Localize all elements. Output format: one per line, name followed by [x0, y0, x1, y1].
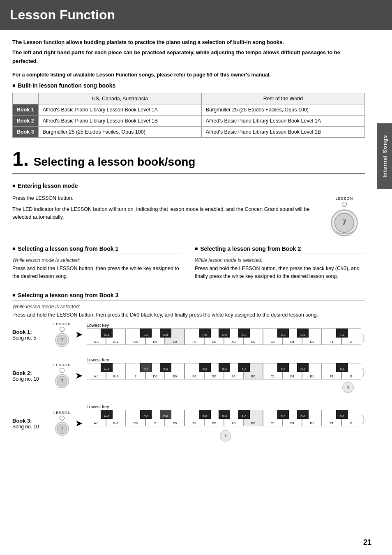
white-keys-book1: A-1 B-1 C0 D0 E0 F0 G0 A0 B0 C1 D1 E1 F1… [87, 328, 361, 345]
svg-text:3: 3 [347, 385, 349, 389]
keyboard-wrap-book1: A-1 B-1 C0 D0 E0 F0 G0 A0 B0 C1 D1 E1 F1… [87, 328, 361, 347]
arrow-book2: ➤ [75, 370, 83, 381]
book1-text: Press and hold the LESSON button, then p… [12, 265, 182, 280]
book3-italic: While lesson mode is selected: [12, 304, 365, 310]
book2-text: Press and hold the LESSON button, then p… [195, 265, 365, 280]
sidebar-tab: Internal Songs [377, 123, 392, 189]
lesson-button-svg: 7 [330, 208, 359, 237]
page-header: Lesson Function [0, 0, 392, 30]
entering-text1: Press the LESSON button. [12, 194, 316, 202]
book2-us: Alfred's Basic Piano Library Lesson Book… [38, 116, 201, 127]
keyboard-book3: Lowest key A-1 B-1 C0 2 E0 F0 G0 A0 B0 C… [87, 404, 365, 443]
section1-title: 1. Selecting a lesson book/song [12, 148, 365, 174]
keyboard-book2: Lowest key A-1 B-1 2 D0 E0 F0 G0 A0 B0 C… [87, 357, 365, 394]
arrow-book3: ➤ [75, 418, 83, 429]
intro-text: The Lesson function allows budding piani… [12, 38, 365, 65]
two-col-section: Selecting a lesson song from Book 1 Whil… [12, 245, 365, 284]
book2-section: Selecting a lesson song from Book 2 Whil… [195, 245, 365, 284]
finger3-book2: 3 [87, 381, 354, 394]
book3-cell: Book 3 [13, 127, 39, 138]
entering-mode-heading: Entering lesson mode [12, 183, 365, 191]
lesson-icon-book2: LESSON 7 [53, 363, 71, 388]
entering-text2: The LED indicator for the LESSON button … [12, 206, 316, 221]
lesson-table: US, Canada, Australasia Rest of the Worl… [12, 93, 365, 138]
intro-line3: For a complete listing of available Less… [12, 71, 365, 79]
main-content: The Lesson function allows budding piani… [0, 38, 377, 461]
book1-cell: Book 1 [13, 104, 39, 116]
book2-italic: While lesson mode is selected: [195, 257, 365, 263]
table-header-us: US, Canada, Australasia [38, 93, 201, 104]
book2-cell: Book 2 [13, 116, 39, 127]
keyboard-wrap-book2: A-1 B-1 2 D0 E0 F0 G0 A0 B0 C1 D1 E1 F1 … [87, 363, 361, 381]
bracket-book3: ) [362, 411, 365, 427]
book3-row: Alfred's Basic Piano Library Lesson Book… [201, 127, 364, 138]
lesson-label-full: LESSON [336, 197, 353, 201]
builtin-heading: Built-in lesson function song books [12, 82, 365, 89]
book1-us: Alfred's Basic Piano Library Lesson Book… [38, 104, 201, 116]
book3-section-full: Selecting a lesson song from Book 3 Whil… [12, 292, 365, 319]
keyboard-wrap-book3: A-1 B-1 C0 2 E0 F0 G0 A0 B0 C1 D1 E1 F1 … [87, 410, 361, 428]
svg-text:7: 7 [61, 337, 63, 342]
svg-text:7: 7 [61, 426, 63, 431]
arrow-book1: ➤ [75, 329, 83, 340]
entering-mode-img: LESSON 7 [324, 194, 365, 237]
book2-diag-label: Book 2: Song no. 10 [12, 370, 49, 382]
table-header-empty [13, 93, 39, 104]
book2-row: Alfred's Basic Piano Library Lesson Book… [201, 116, 364, 127]
book2-heading: Selecting a lesson song from Book 2 [195, 245, 365, 254]
book3-us: Burgmüller 25 (25 Etudes Faciles, Opus 1… [38, 127, 201, 138]
lesson-btn-book2: 7 [55, 374, 69, 388]
book1-diag-label: Book 1: Song no. 5 [12, 329, 49, 341]
book1-row: Burgmüller 25 (25 Etudes Faciles, Opus 1… [201, 104, 364, 116]
page-title: Lesson Function [10, 7, 382, 23]
svg-text:7: 7 [342, 218, 346, 227]
book3-heading: Selecting a lesson song from Book 3 [12, 292, 365, 301]
svg-text:7: 7 [61, 378, 63, 383]
book2-diagram: Book 2: Song no. 10 LESSON 7 ➤ Lowest ke… [12, 357, 365, 394]
book3-diagram: Book 3: Song no. 10 LESSON 7 ➤ Lowest ke… [12, 404, 365, 443]
book3-diag-label: Book 3: Song no. 10 [12, 418, 49, 430]
lesson-led [342, 202, 347, 207]
bracket-book2: ) [362, 364, 365, 380]
svg-text:3: 3 [225, 434, 227, 438]
finger3-book3: 3 [87, 430, 365, 443]
book1-section: Selecting a lesson song from Book 1 Whil… [12, 245, 182, 284]
book1-diagram: Book 1: Song no. 5 LESSON 7 ➤ Lowest key… [12, 322, 365, 347]
lesson-btn-book1: 7 [55, 333, 69, 347]
book1-heading: Selecting a lesson song from Book 1 [12, 245, 182, 254]
table-header-row: Rest of the World [201, 93, 364, 104]
table-row: Book 3 Burgmüller 25 (25 Etudes Faciles,… [13, 127, 365, 138]
table-row: Book 2 Alfred's Basic Piano Library Less… [13, 116, 365, 127]
table-row: Book 1 Alfred's Basic Piano Library Less… [13, 104, 365, 116]
entering-mode-text: Press the LESSON button. The LED indicat… [12, 194, 316, 237]
keyboard-book1: Lowest key A-1 B-1 C0 D0 E0 F0 G0 A0 B0 … [87, 323, 365, 347]
page-number: 21 [363, 538, 371, 547]
book1-italic: While lesson mode is selected: [12, 257, 182, 263]
lesson-btn-book3: 7 [55, 421, 69, 436]
lesson-icon-book1: LESSON 7 [53, 322, 71, 347]
bracket-book1: ) [362, 329, 365, 346]
lesson-icon-book3: LESSON 7 [53, 411, 71, 436]
entering-mode-section: Press the LESSON button. The LED indicat… [12, 194, 365, 237]
book3-text: Press and hold the LESSON button, then p… [12, 311, 365, 319]
